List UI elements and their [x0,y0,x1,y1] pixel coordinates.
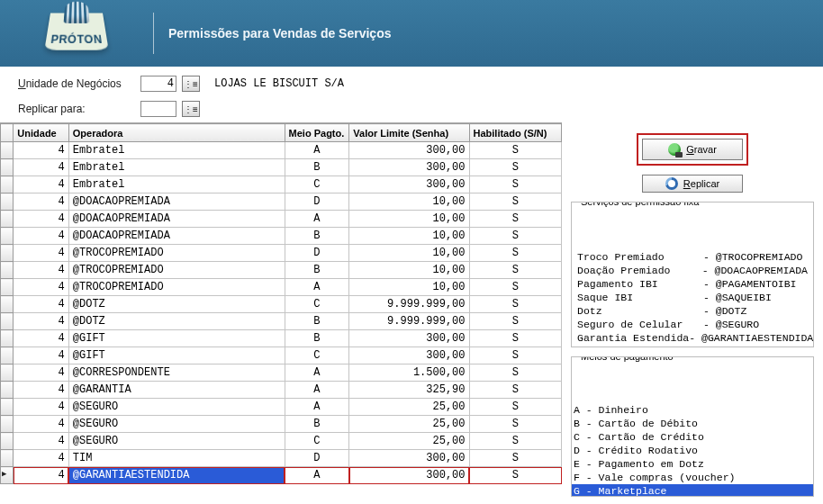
cell-operadora[interactable]: @SEGURO [68,433,285,450]
cell-habilitado[interactable]: S [469,296,562,313]
cell-unidade[interactable]: 4 [14,313,68,330]
cell-operadora[interactable]: @TROCOPREMIADO [68,262,285,279]
cell-operadora[interactable]: Embratel [68,142,285,159]
cell-unidade[interactable]: 4 [14,279,68,296]
unit-picker-button[interactable]: ⋮≡ [182,76,200,92]
cell-valor-limite[interactable]: 300,00 [349,450,469,467]
cell-habilitado[interactable]: S [469,211,562,228]
cell-meio-pagto[interactable]: D [285,245,349,262]
cell-meio-pagto[interactable]: B [285,262,349,279]
permissions-grid[interactable]: Unidade Operadora Meio Pagto. Valor Limi… [0,122,562,497]
table-row[interactable]: 4EmbratelB300,00S [1,159,562,176]
cell-habilitado[interactable]: S [469,245,562,262]
cell-valor-limite[interactable]: 25,00 [349,399,469,416]
row-header[interactable] [1,450,14,467]
row-header[interactable] [1,416,14,433]
table-row[interactable]: 4@DOTZB9.999.999,00S [1,313,562,330]
row-header[interactable] [1,142,14,159]
cell-meio-pagto[interactable]: B [285,159,349,176]
cell-habilitado[interactable]: S [469,330,562,347]
table-row[interactable]: 4@TROCOPREMIADOD10,00S [1,245,562,262]
replicate-button[interactable]: Replicar [642,175,743,193]
cell-habilitado[interactable]: S [469,399,562,416]
row-header[interactable] [1,347,14,364]
cell-valor-limite[interactable]: 300,00 [349,159,469,176]
cell-habilitado[interactable]: S [469,364,562,382]
col-operadora[interactable]: Operadora [68,124,285,142]
cell-valor-limite[interactable]: 300,00 [349,467,469,484]
row-header[interactable] [1,159,14,176]
cell-unidade[interactable]: 4 [14,245,68,262]
cell-unidade[interactable]: 4 [14,142,68,159]
cell-meio-pagto[interactable]: D [285,194,349,211]
table-row[interactable]: 4EmbratelA300,00S [1,142,562,159]
table-row[interactable]: 4@CORRESPONDENTEA1.500,00S [1,364,562,382]
cell-meio-pagto[interactable]: A [285,142,349,159]
cell-habilitado[interactable]: S [469,467,562,484]
table-row[interactable]: 4@SEGUROB25,00S [1,416,562,433]
cell-operadora[interactable]: @DOACAOPREMIADA [68,194,285,211]
cell-habilitado[interactable]: S [469,142,562,159]
cell-habilitado[interactable]: S [469,159,562,176]
table-row[interactable]: 4@GARANTIAESTENDIDAA300,00S [1,467,562,484]
col-unidade[interactable]: Unidade [14,124,68,142]
table-row[interactable]: 4@SEGUROA25,00S [1,399,562,416]
cell-operadora[interactable]: @GIFT [68,330,285,347]
cell-operadora[interactable]: @GIFT [68,347,285,364]
cell-valor-limite[interactable]: 300,00 [349,330,469,347]
cell-valor-limite[interactable]: 10,00 [349,194,469,211]
cell-meio-pagto[interactable]: C [285,176,349,194]
row-header[interactable] [1,245,14,262]
cell-valor-limite[interactable]: 1.500,00 [349,364,469,382]
cell-habilitado[interactable]: S [469,347,562,364]
table-row[interactable]: 4@GARANTIAA325,90S [1,382,562,399]
cell-operadora[interactable]: @DOTZ [68,313,285,330]
cell-habilitado[interactable]: S [469,433,562,450]
cell-operadora[interactable]: @TROCOPREMIADO [68,279,285,296]
cell-valor-limite[interactable]: 10,00 [349,279,469,296]
cell-unidade[interactable]: 4 [14,450,68,467]
cell-operadora[interactable]: @DOACAOPREMIADA [68,211,285,228]
table-row[interactable]: 4EmbratelC300,00S [1,176,562,194]
row-header[interactable] [1,262,14,279]
cell-valor-limite[interactable]: 10,00 [349,262,469,279]
cell-meio-pagto[interactable]: A [285,399,349,416]
cell-habilitado[interactable]: S [469,416,562,433]
cell-unidade[interactable]: 4 [14,347,68,364]
row-header[interactable] [1,296,14,313]
cell-valor-limite[interactable]: 300,00 [349,176,469,194]
cell-valor-limite[interactable]: 325,90 [349,382,469,399]
row-header[interactable] [1,176,14,194]
cell-meio-pagto[interactable]: C [285,296,349,313]
cell-unidade[interactable]: 4 [14,382,68,399]
table-row[interactable]: 4@TROCOPREMIADOA10,00S [1,279,562,296]
cell-valor-limite[interactable]: 300,00 [349,347,469,364]
cell-habilitado[interactable]: S [469,176,562,194]
table-row[interactable]: 4@DOACAOPREMIADAB10,00S [1,228,562,245]
cell-operadora[interactable]: @TROCOPREMIADO [68,245,285,262]
cell-meio-pagto[interactable]: C [285,347,349,364]
row-header[interactable] [1,467,14,484]
cell-meio-pagto[interactable]: B [285,416,349,433]
table-row[interactable]: 4@DOACAOPREMIADAA10,00S [1,211,562,228]
payment-method-item[interactable]: C - Cartão de Crédito [572,430,813,444]
col-habilitado[interactable]: Habilitado (S/N) [469,124,562,142]
cell-operadora[interactable]: @SEGURO [68,416,285,433]
row-header[interactable] [1,399,14,416]
cell-habilitado[interactable]: S [469,382,562,399]
save-button[interactable]: Gravar [642,139,743,160]
cell-valor-limite[interactable]: 9.999.999,00 [349,296,469,313]
cell-meio-pagto[interactable]: B [285,313,349,330]
cell-unidade[interactable]: 4 [14,211,68,228]
cell-meio-pagto[interactable]: A [285,382,349,399]
table-row[interactable]: 4@GIFTC300,00S [1,347,562,364]
cell-unidade[interactable]: 4 [14,433,68,450]
table-row[interactable]: 4@DOACAOPREMIADAD10,00S [1,194,562,211]
cell-unidade[interactable]: 4 [14,176,68,194]
cell-habilitado[interactable]: S [469,279,562,296]
cell-habilitado[interactable]: S [469,313,562,330]
row-header[interactable] [1,364,14,382]
cell-meio-pagto[interactable]: B [285,330,349,347]
cell-unidade[interactable]: 4 [14,159,68,176]
cell-operadora[interactable]: @DOACAOPREMIADA [68,228,285,245]
